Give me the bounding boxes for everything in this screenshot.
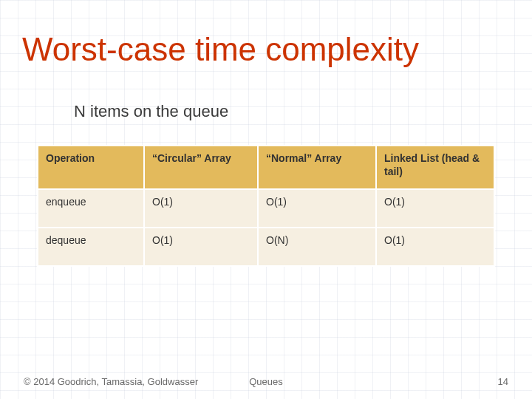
col-header-normal-array: “Normal” Array <box>258 146 376 189</box>
cell-value: O(1) <box>144 228 258 266</box>
slide-title: Worst-case time complexity <box>22 31 419 68</box>
table-row: dequeue O(1) O(N) O(1) <box>38 228 494 266</box>
col-header-circular-array: “Circular” Array <box>144 146 258 189</box>
cell-value: O(1) <box>144 189 258 228</box>
cell-operation: dequeue <box>38 228 144 266</box>
col-header-linked-list: Linked List (head & tail) <box>376 146 494 189</box>
table-row: enqueue O(1) O(1) O(1) <box>38 189 494 228</box>
table-header-row: Operation “Circular” Array “Normal” Arra… <box>38 146 494 189</box>
complexity-table: Operation “Circular” Array “Normal” Arra… <box>37 145 495 267</box>
cell-value: O(1) <box>376 228 494 266</box>
cell-operation: enqueue <box>38 189 144 228</box>
cell-value: O(1) <box>376 189 494 228</box>
cell-value: O(N) <box>258 228 376 266</box>
slide-subhead: N items on the queue <box>74 102 228 121</box>
col-header-operation: Operation <box>38 146 144 189</box>
slide-footer: © 2014 Goodrich, Tamassia, Goldwasser Qu… <box>24 376 508 387</box>
cell-value: O(1) <box>258 189 376 228</box>
footer-topic: Queues <box>24 376 508 387</box>
